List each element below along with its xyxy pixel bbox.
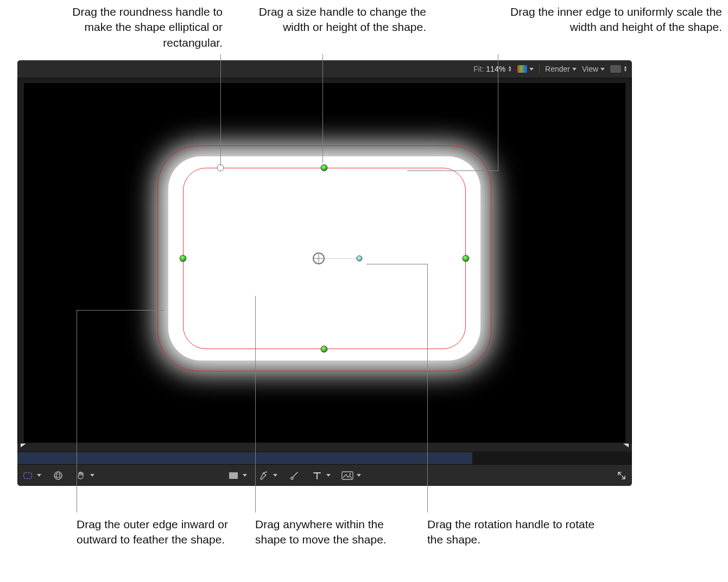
zoom-fit-label: Fit: [473,65,484,73]
view-menu-label: View [582,65,598,73]
callout-move-text: Drag anywhere within the shape to move t… [255,518,387,546]
render-menu[interactable]: Render [545,65,577,73]
channel-swatch-icon [610,65,621,73]
callout-rotation: Drag the rotation handle to rotate the s… [427,517,601,548]
callout-inner-edge: Drag the inner edge to uniformly scale t… [494,4,722,35]
leader-size [322,54,323,163]
text-t-icon [311,470,323,482]
image-mask-icon [341,470,353,482]
svg-rect-0 [24,472,32,478]
view-menu[interactable]: View [582,65,605,73]
chevron-down-icon [37,474,41,477]
zoom-fit-value: 114% [486,65,505,73]
chevron-up-down-icon: ▲▼ [508,66,512,72]
leader-outer-edge-h [77,310,164,311]
leader-outer-edge-v [77,310,77,513]
bezier-tool[interactable] [258,470,277,482]
callout-outer-edge-text: Drag the outer edge inward or outward to… [77,518,228,546]
leader-roundness [220,54,221,166]
zoom-fit-control[interactable]: Fit: 114% ▲▼ [473,65,512,73]
callout-inner-edge-text: Drag the inner edge to uniformly scale t… [510,5,722,33]
chevron-down-icon [243,474,247,477]
viewer-titlebar: Fit: 114% ▲▼ Render View ▲▼ [17,60,632,78]
pen-nib-icon [258,470,270,482]
fullscreen-button[interactable] [616,470,628,482]
color-swatch-icon [517,65,527,73]
svg-rect-5 [342,472,353,479]
svg-point-1 [54,472,62,479]
shape-mask-tool[interactable] [22,470,41,482]
size-handle-left[interactable] [180,255,187,262]
callout-roundness-text: Drag the roundness handle to make the sh… [72,5,223,49]
divider [539,64,540,74]
chevron-down-icon [572,68,577,71]
rectangle-icon [227,470,239,482]
callout-roundness: Drag the roundness handle to make the sh… [43,4,223,50]
callout-size-text: Drag a size handle to change the width o… [259,5,426,33]
chevron-down-icon [90,474,94,477]
size-handle-bottom[interactable] [321,346,328,353]
leader-move [255,296,256,513]
3d-transform-tool[interactable] [52,470,64,482]
play-range-end-icon[interactable] [623,444,629,451]
play-range-start-icon[interactable] [21,444,26,451]
brush-icon [288,470,300,482]
svg-point-6 [350,473,351,475]
motion-viewer-window: Fit: 114% ▲▼ Render View ▲▼ [17,60,632,486]
callout-move: Drag anywhere within the shape to move t… [255,517,407,548]
image-mask-tool[interactable] [341,470,361,482]
leader-inner-edge-h [407,170,498,171]
canvas[interactable] [24,83,625,442]
svg-point-3 [56,472,60,479]
paint-stroke-tool[interactable] [288,470,300,482]
text-tool[interactable] [311,470,331,482]
callout-rotation-text: Drag the rotation handle to rotate the s… [427,518,594,546]
color-profile-popup[interactable] [517,65,534,73]
chevron-down-icon [326,474,331,477]
chevron-down-icon [273,474,277,477]
svg-point-2 [54,474,62,477]
pan-tool[interactable] [75,470,94,482]
size-handle-right[interactable] [463,255,470,262]
callout-size: Drag a size handle to change the width o… [258,4,426,35]
leader-inner-edge-v [498,54,498,171]
expand-arrows-icon [616,470,628,482]
center-pivot[interactable] [313,252,325,264]
rotation-handle[interactable] [357,256,363,262]
shape-mask-icon [22,470,34,482]
render-menu-label: Render [545,65,570,73]
globe-3d-icon [52,470,64,482]
mini-timeline[interactable] [17,452,632,465]
chevron-down-icon [357,474,361,477]
rectangle-tool[interactable] [227,470,247,482]
timeline-region[interactable] [17,452,472,465]
callout-outer-edge: Drag the outer edge inward or outward to… [77,517,239,548]
chevron-up-down-icon: ▲▼ [623,66,628,72]
chevron-down-icon [529,68,534,71]
rotation-arm [325,258,357,259]
size-handle-top[interactable] [321,165,328,172]
leader-rotation-v [427,264,428,513]
svg-rect-4 [229,472,238,479]
canvas-toolbar [17,464,632,486]
leader-rotation-h [366,264,427,264]
channel-popup[interactable]: ▲▼ [610,65,628,73]
mini-ruler[interactable] [17,444,632,451]
chevron-down-icon [600,68,605,71]
